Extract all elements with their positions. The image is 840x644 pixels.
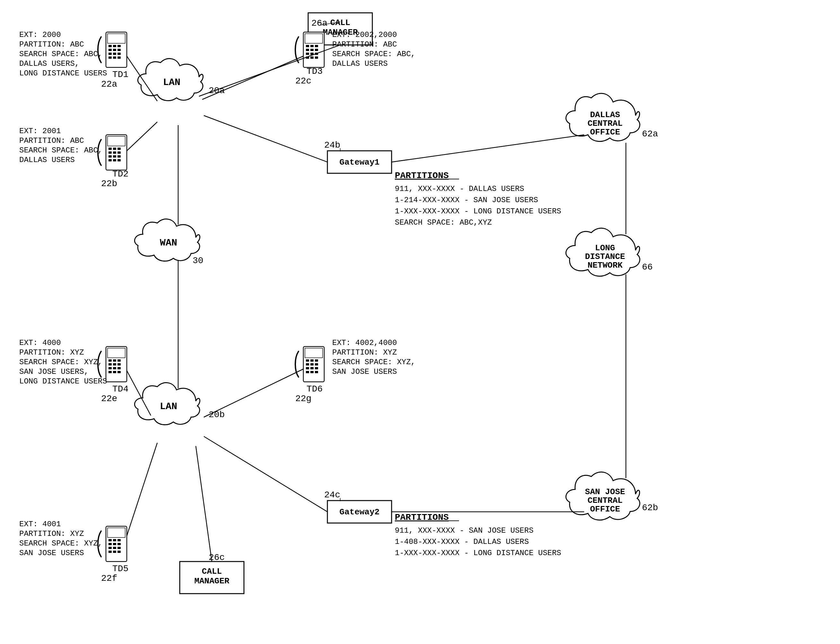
svg-rect-6	[113, 49, 116, 51]
td5-search: SEARCH SPACE: XYZ,	[19, 539, 102, 548]
svg-rect-22	[108, 155, 112, 158]
ref-td6-label: TD6	[307, 384, 322, 394]
svg-rect-17	[113, 148, 116, 150]
gw1-partition-line3: 1-XXX-XXX-XXXX - LONG DISTANCE USERS	[395, 207, 561, 216]
td1-partition: PARTITION: ABC	[19, 40, 84, 49]
td2-search: SEARCH SPACE: ABC,	[19, 146, 102, 154]
svg-rect-41	[315, 56, 318, 59]
svg-rect-75	[306, 363, 309, 365]
svg-rect-67	[108, 550, 112, 553]
svg-rect-60	[117, 539, 121, 541]
svg-rect-61	[108, 543, 112, 545]
svg-rect-53	[108, 371, 112, 373]
dallas-co-line2: CENTRAL	[587, 119, 622, 128]
svg-rect-27	[117, 159, 121, 161]
td6-ext: EXT: 4002,4000	[332, 338, 397, 347]
lan-top-label: LAN	[163, 77, 181, 88]
line-td2-lan-top	[127, 122, 157, 151]
ref-22g: 22g	[295, 394, 311, 404]
call-manager-bottom-line2: MANAGER	[194, 576, 230, 586]
svg-rect-65	[113, 547, 116, 549]
svg-rect-48	[113, 363, 116, 365]
svg-rect-73	[311, 360, 314, 361]
td1-search: SEARCH SPACE: ABC,	[19, 50, 102, 58]
ref-td1-label: TD1	[112, 70, 128, 80]
gateway1-label: Gateway1	[340, 158, 380, 167]
td3-extra1: DALLAS USERS	[332, 59, 388, 68]
svg-rect-40	[311, 56, 314, 59]
gw2-partition-line1: 911, XXX-XXXX - SAN JOSE USERS	[395, 526, 533, 535]
long-distance-line3: NETWORK	[587, 261, 623, 270]
svg-rect-9	[113, 53, 116, 55]
gw1-partition-line2: 1-214-XXX-XXXX - SAN JOSE USERS	[395, 196, 538, 204]
td4-extra2: LONG DISTANCE USERS	[19, 377, 107, 386]
gateway2-label: Gateway2	[340, 507, 380, 517]
ref-22a: 22a	[101, 79, 117, 89]
wan-label: WAN	[160, 237, 177, 248]
svg-rect-79	[311, 367, 314, 369]
ref-22f: 22f	[101, 573, 117, 583]
svg-rect-7	[117, 49, 121, 51]
gw1-partition-line1: 911, XXX-XXXX - DALLAS USERS	[395, 184, 524, 193]
phone-td6	[295, 347, 324, 382]
svg-rect-33	[306, 49, 309, 51]
td4-partition: PARTITION: XYZ	[19, 348, 84, 357]
ref-62b: 62b	[642, 503, 658, 513]
svg-rect-44	[108, 360, 112, 361]
long-distance-line2: DISTANCE	[585, 252, 625, 261]
svg-rect-47	[108, 363, 112, 365]
ref-66: 66	[642, 262, 653, 272]
svg-rect-36	[306, 53, 309, 55]
gw2-partition-line3: 1-XXX-XXX-XXXX - LONG DISTANCE USERS	[395, 549, 561, 557]
svg-rect-12	[113, 56, 116, 59]
svg-rect-23	[113, 155, 116, 158]
svg-rect-46	[117, 360, 121, 361]
td2-ext: EXT: 2001	[19, 127, 61, 135]
td1-extra1: DALLAS USERS,	[19, 59, 79, 68]
svg-rect-5	[108, 49, 112, 51]
gw1-search-space: SEARCH SPACE: ABC,XYZ	[395, 218, 492, 227]
svg-rect-8	[108, 53, 112, 55]
ref-24b: 24b	[324, 140, 340, 150]
svg-rect-52	[117, 367, 121, 369]
svg-rect-64	[108, 547, 112, 549]
svg-rect-16	[108, 148, 112, 150]
svg-rect-81	[306, 371, 309, 373]
svg-rect-74	[315, 360, 318, 361]
svg-rect-77	[315, 363, 318, 365]
ref-62a: 62a	[642, 129, 658, 139]
svg-rect-18	[117, 148, 121, 150]
td6-partition: PARTITION: XYZ	[332, 348, 397, 357]
svg-rect-32	[315, 45, 318, 47]
network-diagram: LAN WAN LAN DALLAS CENTRAL OFFICE LONG D…	[0, 0, 840, 644]
svg-rect-25	[108, 159, 112, 161]
dallas-co-line3: OFFICE	[590, 127, 620, 137]
svg-rect-3	[113, 45, 116, 47]
gw2-partition-line2: 1-408-XXX-XXXX - DALLAS USERS	[395, 537, 529, 546]
td6-extra1: SAN JOSE USERS	[332, 367, 397, 376]
svg-rect-68	[113, 550, 116, 553]
svg-rect-83	[315, 371, 318, 373]
svg-rect-50	[108, 367, 112, 369]
svg-rect-69	[117, 550, 121, 553]
ref-td4-label: TD4	[112, 384, 128, 394]
sanjose-co-cloud: SAN JOSE CENTRAL OFFICE	[566, 472, 640, 520]
wan-cloud: WAN	[135, 219, 200, 261]
svg-rect-59	[113, 539, 116, 541]
ref-30: 30	[192, 256, 204, 266]
td5-partition: PARTITION: XYZ	[19, 529, 84, 538]
td5-ext: EXT: 4001	[19, 520, 61, 529]
td1-extra2: LONG DISTANCE USERS	[19, 69, 107, 78]
td2-extra1: DALLAS USERS	[19, 156, 75, 164]
svg-rect-49	[117, 363, 121, 365]
td3-ext: EXT: 2002,2000	[332, 31, 397, 39]
svg-rect-31	[311, 45, 314, 47]
svg-rect-21	[117, 151, 121, 154]
svg-rect-78	[306, 367, 309, 369]
td4-ext: EXT: 4000	[19, 338, 61, 347]
lan-bottom-label: LAN	[160, 401, 177, 412]
ref-26c: 26c	[209, 552, 225, 562]
ref-22e: 22e	[101, 394, 117, 404]
svg-rect-55	[117, 371, 121, 373]
ref-22c: 22c	[295, 76, 311, 86]
